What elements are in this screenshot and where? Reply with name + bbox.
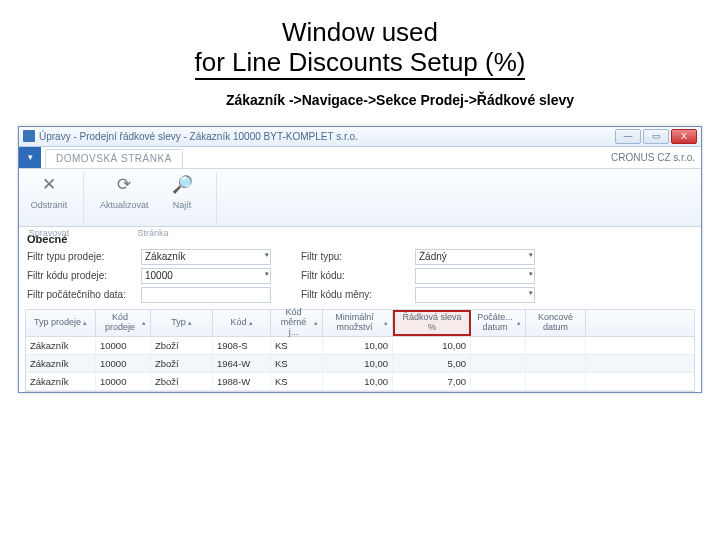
slide-title-line1: Window used: [282, 17, 438, 47]
filter-type-input[interactable]: [415, 249, 535, 265]
col-sales-code[interactable]: Kód prodeje▴: [96, 310, 151, 336]
find-icon: 🔎: [169, 172, 195, 198]
breadcrumb: Zákazník ->Navigace->Sekce Prodej->Řádko…: [98, 92, 702, 108]
cell[interactable]: [471, 337, 526, 354]
cell[interactable]: 10000: [96, 337, 151, 354]
filter-currency-input[interactable]: [415, 287, 535, 303]
col-sales-type[interactable]: Typ prodeje▴: [26, 310, 96, 336]
minimize-button[interactable]: —: [615, 129, 641, 144]
col-line-discount[interactable]: Řádková sleva %: [393, 310, 471, 336]
group-page-label: Stránka: [100, 228, 206, 238]
filter-start-date-label: Filtr počátečního data:: [27, 289, 137, 300]
table-row[interactable]: Zákazník10000Zboží1964-WKS10,005,00: [26, 355, 694, 373]
table-row[interactable]: Zákazník10000Zboží1988-WKS10,007,00: [26, 373, 694, 391]
refresh-label: Aktualizovat: [100, 200, 148, 210]
filter-type-label: Filtr typu:: [301, 251, 411, 262]
filter-currency-label: Filtr kódu měny:: [301, 289, 411, 300]
cell[interactable]: Zboží: [151, 355, 213, 372]
cell[interactable]: 1964-W: [213, 355, 271, 372]
cell[interactable]: Zákazník: [26, 337, 96, 354]
delete-icon: ✕: [36, 172, 62, 198]
col-end-date[interactable]: Koncové datum: [526, 310, 586, 336]
close-button[interactable]: X: [671, 129, 697, 144]
company-label: CRONUS CZ s.r.o.: [611, 152, 701, 163]
cell[interactable]: KS: [271, 337, 323, 354]
filters: Filtr typu prodeje: ▾ Filtr kódu prodeje…: [19, 247, 701, 309]
col-start-date[interactable]: Počáte... datum▴: [471, 310, 526, 336]
grid: Typ prodeje▴ Kód prodeje▴ Typ▴ Kód▴ Kód …: [19, 309, 701, 392]
cell[interactable]: 10,00: [393, 337, 471, 354]
cell[interactable]: 7,00: [393, 373, 471, 390]
find-label: Najít: [158, 200, 206, 210]
col-min-qty[interactable]: Minimální množství▴: [323, 310, 393, 336]
col-type[interactable]: Typ▴: [151, 310, 213, 336]
cell[interactable]: Zboží: [151, 373, 213, 390]
cell[interactable]: KS: [271, 373, 323, 390]
cell[interactable]: KS: [271, 355, 323, 372]
filter-code-label: Filtr kódu:: [301, 270, 411, 281]
titlebar: Úpravy - Prodejní řádkové slevy - Zákazn…: [19, 127, 701, 147]
cell[interactable]: 1908-S: [213, 337, 271, 354]
cell[interactable]: [526, 355, 586, 372]
cell[interactable]: 10,00: [323, 373, 393, 390]
find-button[interactable]: 🔎 Najít: [158, 172, 206, 210]
cell[interactable]: 10000: [96, 373, 151, 390]
cell[interactable]: 10,00: [323, 337, 393, 354]
col-code[interactable]: Kód▴: [213, 310, 271, 336]
cell[interactable]: [471, 373, 526, 390]
col-uom[interactable]: Kód měrné j...▴: [271, 310, 323, 336]
grid-body: Zákazník10000Zboží1908-SKS10,0010,00Záka…: [25, 337, 695, 392]
cell[interactable]: [526, 337, 586, 354]
ribbon-toggle[interactable]: ▾: [19, 147, 41, 168]
filter-sales-type-label: Filtr typu prodeje:: [27, 251, 137, 262]
slide-title-line2: for Line Discounts Setup (%): [195, 48, 526, 80]
filter-sales-code-input[interactable]: [141, 268, 271, 284]
filter-start-date-input[interactable]: [141, 287, 271, 303]
ribbon: ✕ Odstranit Spravovat ⟳ Aktualizovat 🔎 N…: [19, 169, 701, 227]
filter-sales-type-input[interactable]: [141, 249, 271, 265]
app-window: Úpravy - Prodejní řádkové slevy - Zákazn…: [18, 126, 702, 393]
delete-label: Odstranit: [25, 200, 73, 210]
group-manage-label: Spravovat: [25, 228, 73, 238]
window-title: Úpravy - Prodejní řádkové slevy - Zákazn…: [39, 131, 358, 142]
slide-title: Window used for Line Discounts Setup (%): [18, 18, 702, 80]
app-icon: [23, 130, 35, 142]
grid-header: Typ prodeje▴ Kód prodeje▴ Typ▴ Kód▴ Kód …: [25, 309, 695, 337]
filter-sales-code-label: Filtr kódu prodeje:: [27, 270, 137, 281]
cell[interactable]: Zboží: [151, 337, 213, 354]
maximize-button[interactable]: ▭: [643, 129, 669, 144]
cell[interactable]: [471, 355, 526, 372]
cell[interactable]: [526, 373, 586, 390]
cell[interactable]: Zákazník: [26, 355, 96, 372]
delete-button[interactable]: ✕ Odstranit: [25, 172, 73, 210]
ribbon-tabs: ▾ DOMOVSKÁ STRÁNKA CRONUS CZ s.r.o.: [19, 147, 701, 169]
filter-code-input[interactable]: [415, 268, 535, 284]
refresh-icon: ⟳: [111, 172, 137, 198]
cell[interactable]: Zákazník: [26, 373, 96, 390]
cell[interactable]: 1988-W: [213, 373, 271, 390]
cell[interactable]: 10,00: [323, 355, 393, 372]
cell[interactable]: 5,00: [393, 355, 471, 372]
refresh-button[interactable]: ⟳ Aktualizovat: [100, 172, 148, 210]
table-row[interactable]: Zákazník10000Zboží1908-SKS10,0010,00: [26, 337, 694, 355]
tab-home[interactable]: DOMOVSKÁ STRÁNKA: [45, 149, 183, 168]
cell[interactable]: 10000: [96, 355, 151, 372]
